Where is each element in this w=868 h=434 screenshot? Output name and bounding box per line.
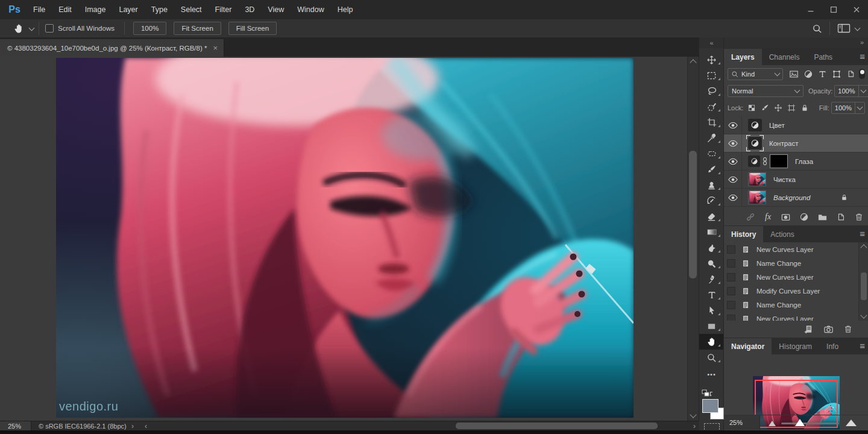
lock-all-icon[interactable] xyxy=(800,104,809,112)
scroll-down-icon[interactable] xyxy=(690,411,696,418)
lasso-tool[interactable] xyxy=(699,83,724,99)
snapshot-well[interactable] xyxy=(727,259,735,268)
menu-view[interactable]: View xyxy=(261,0,291,19)
lock-pixels-icon[interactable] xyxy=(761,104,769,112)
adjustment-layer-thumbnail[interactable] xyxy=(748,119,762,131)
history-item[interactable]: Modify Curves Layer xyxy=(724,284,859,298)
layer-row-background[interactable]: Background xyxy=(724,189,868,207)
lock-position-icon[interactable] xyxy=(774,104,782,112)
menu-layer[interactable]: Layer xyxy=(112,0,144,19)
new-layer-icon[interactable] xyxy=(836,212,846,222)
status-expand-icon[interactable]: › xyxy=(131,421,134,431)
new-group-icon[interactable] xyxy=(817,212,828,222)
gradient-tool[interactable] xyxy=(699,224,724,240)
tab-close-icon[interactable]: × xyxy=(213,43,218,52)
layer-image-thumbnail[interactable] xyxy=(748,172,766,186)
maximize-button[interactable] xyxy=(822,1,845,19)
history-panel-menu-icon[interactable]: ≡ xyxy=(860,230,865,238)
search-icon[interactable] xyxy=(812,24,822,34)
fill-screen-button[interactable]: Fill Screen xyxy=(228,22,277,35)
filter-toggle-pin[interactable] xyxy=(859,69,865,79)
add-mask-icon[interactable] xyxy=(781,212,791,222)
delete-layer-icon[interactable] xyxy=(854,212,864,222)
path-selection-tool[interactable] xyxy=(699,303,724,318)
layer-mask-thumbnail[interactable] xyxy=(770,154,788,168)
clone-stamp-tool[interactable] xyxy=(699,177,724,193)
menu-window[interactable]: Window xyxy=(291,0,330,19)
quick-mask-button[interactable] xyxy=(704,423,720,430)
horizontal-scroll-thumb[interactable] xyxy=(456,423,658,429)
canvas-vertical-scrollbar[interactable] xyxy=(687,57,699,421)
menu-image[interactable]: Image xyxy=(78,0,113,19)
history-item[interactable]: Name Change xyxy=(724,256,859,271)
tab-actions[interactable]: Actions xyxy=(763,226,801,242)
new-document-from-state-icon[interactable] xyxy=(804,324,814,335)
layer-row-glaza[interactable]: Глаза xyxy=(724,153,868,171)
menu-select[interactable]: Select xyxy=(174,0,209,19)
brush-tool[interactable] xyxy=(699,162,724,177)
filter-type-icon[interactable] xyxy=(818,69,827,78)
minimize-button[interactable] xyxy=(799,1,822,19)
move-tool[interactable] xyxy=(699,52,724,68)
tab-navigator[interactable]: Navigator xyxy=(724,338,772,354)
scroll-up-icon[interactable] xyxy=(690,59,696,66)
tab-history[interactable]: History xyxy=(724,226,763,242)
spot-healing-tool[interactable] xyxy=(699,146,724,162)
layer-style-fx-icon[interactable]: fx xyxy=(765,212,771,222)
layer-row-chistka[interactable]: Чистка xyxy=(724,171,868,189)
menu-3d[interactable]: 3D xyxy=(238,0,261,19)
filter-shape-icon[interactable] xyxy=(832,69,841,79)
history-item[interactable]: New Curves Layer xyxy=(724,312,859,321)
scroll-all-windows-option[interactable]: Scroll All Windows xyxy=(45,24,115,33)
snapshot-well[interactable] xyxy=(727,287,735,295)
active-tool-icon-hand[interactable] xyxy=(13,23,34,34)
filter-adjustment-icon[interactable] xyxy=(804,69,813,79)
adjustment-layer-thumbnail[interactable] xyxy=(748,156,760,167)
swap-colors-icon[interactable] xyxy=(702,389,714,399)
tab-histogram[interactable]: Histogram xyxy=(772,338,819,354)
fit-screen-button[interactable]: Fit Screen xyxy=(174,22,221,35)
workspace-switcher-icon[interactable] xyxy=(837,23,851,34)
snapshot-well[interactable] xyxy=(727,315,735,321)
opacity-value-control[interactable]: 100% xyxy=(834,85,868,97)
eyedropper-tool[interactable] xyxy=(699,130,724,146)
workspace-chevron-icon[interactable] xyxy=(855,25,861,31)
eraser-tool[interactable] xyxy=(699,209,724,224)
filter-image-icon[interactable] xyxy=(789,69,799,79)
layers-panel-menu-icon[interactable]: ≡ xyxy=(860,52,865,61)
scroll-left-icon[interactable]: ‹ xyxy=(145,421,147,431)
navigator-zoom-field[interactable]: 25% xyxy=(724,415,760,430)
rectangle-tool[interactable] xyxy=(699,318,724,334)
layer-image-thumbnail[interactable] xyxy=(748,190,766,204)
visibility-eye-icon[interactable] xyxy=(724,153,742,170)
snapshot-well[interactable] xyxy=(727,245,735,254)
scroll-down-icon[interactable] xyxy=(860,312,867,318)
tab-layers[interactable]: Layers xyxy=(724,49,762,65)
zoom-slider-thumb[interactable] xyxy=(795,419,805,426)
tab-info[interactable]: Info xyxy=(819,338,846,354)
tab-paths[interactable]: Paths xyxy=(807,49,840,65)
history-item[interactable]: Name Change xyxy=(724,298,859,312)
navigator-panel-menu-icon[interactable]: ≡ xyxy=(860,342,865,350)
tool-preset-chevron-icon[interactable] xyxy=(29,25,35,31)
filter-smart-object-icon[interactable] xyxy=(846,69,855,78)
canvas-pasteboard[interactable]: vendigo.ru xyxy=(0,57,687,421)
delete-state-icon[interactable] xyxy=(843,324,853,334)
new-adjustment-layer-icon[interactable] xyxy=(799,212,809,222)
mask-link-icon[interactable] xyxy=(763,157,767,166)
visibility-eye-icon[interactable] xyxy=(724,116,742,134)
crop-tool[interactable] xyxy=(699,115,724,130)
type-tool[interactable] xyxy=(699,287,724,303)
history-item[interactable]: New Curves Layer xyxy=(724,242,859,257)
new-snapshot-camera-icon[interactable] xyxy=(823,324,834,335)
history-scroll-thumb[interactable] xyxy=(861,272,867,300)
zoom-out-icon[interactable] xyxy=(769,421,776,426)
visibility-eye-icon[interactable] xyxy=(724,134,742,152)
menu-edit[interactable]: Edit xyxy=(52,0,78,19)
foreground-color-swatch[interactable] xyxy=(702,399,719,413)
menu-help[interactable]: Help xyxy=(331,0,360,19)
actual-pixels-button[interactable]: 100% xyxy=(133,22,166,35)
layer-row-kontrast[interactable]: Контраст xyxy=(724,134,868,153)
snapshot-well[interactable] xyxy=(727,301,735,309)
menu-file[interactable]: File xyxy=(27,0,52,19)
